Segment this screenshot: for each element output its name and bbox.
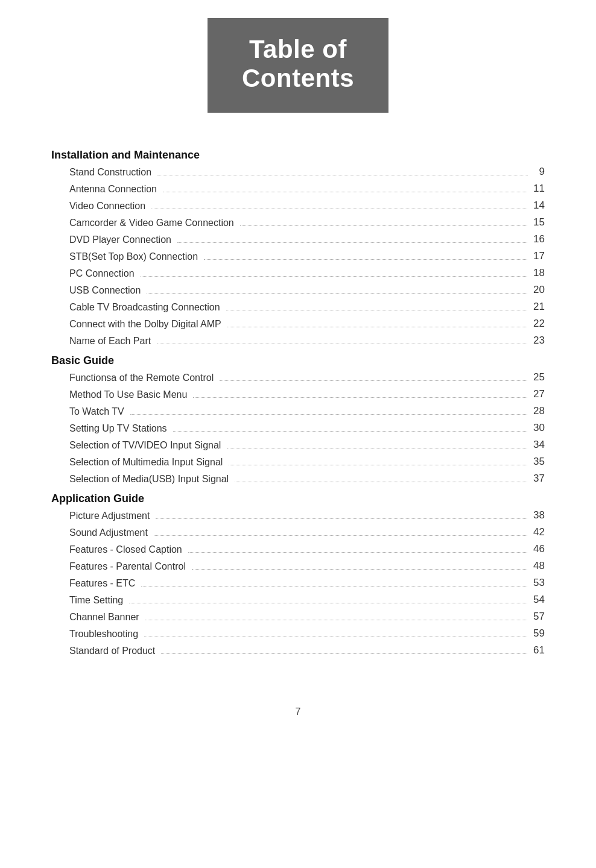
section-application-guide-entries: Picture Adjustment 38 Sound Adjustment 4… bbox=[51, 506, 545, 658]
entry-label: Features - ETC bbox=[69, 578, 139, 589]
entry-page: 23 bbox=[530, 335, 545, 347]
list-item: Camcorder & Video Game Connection 15 bbox=[69, 213, 545, 230]
header-section: Table of Contents bbox=[0, 0, 596, 113]
list-item: Channel Banner 57 bbox=[69, 608, 545, 624]
list-item: To Watch TV 28 bbox=[69, 402, 545, 419]
entry-label: STB(Set Top Box) Connection bbox=[69, 251, 201, 262]
entry-label: Selection of Media(USB) Input Signal bbox=[69, 474, 232, 485]
entry-label: Method To Use Basic Menu bbox=[69, 389, 191, 400]
entry-page: 54 bbox=[530, 594, 545, 606]
entry-label: Channel Banner bbox=[69, 612, 143, 623]
entry-page: 21 bbox=[530, 301, 545, 313]
entry-label: Camcorder & Video Game Connection bbox=[69, 218, 238, 228]
list-item: Sound Adjustment 42 bbox=[69, 523, 545, 540]
dot-leader bbox=[235, 482, 527, 482]
dot-leader bbox=[177, 242, 527, 243]
entry-page: 57 bbox=[530, 611, 545, 623]
dot-leader bbox=[130, 414, 527, 415]
dot-leader bbox=[145, 620, 527, 620]
entry-label: Stand Construction bbox=[69, 167, 155, 178]
entry-label: PC Connection bbox=[69, 268, 138, 279]
list-item: Antenna Connection 11 bbox=[69, 180, 545, 197]
dot-leader bbox=[141, 276, 527, 277]
dot-leader bbox=[163, 192, 527, 192]
entry-page: 37 bbox=[530, 473, 545, 485]
dot-leader bbox=[220, 380, 527, 381]
entry-page: 61 bbox=[530, 644, 545, 656]
dot-leader bbox=[193, 397, 527, 398]
list-item: Troubleshooting 59 bbox=[69, 624, 545, 641]
entry-label: To Watch TV bbox=[69, 406, 128, 417]
list-item: Cable TV Broadcasting Connection 21 bbox=[69, 298, 545, 315]
entry-label: DVD Player Connection bbox=[69, 234, 175, 245]
page-wrapper: Table of Contents Installation and Maint… bbox=[0, 0, 596, 735]
dot-leader bbox=[227, 327, 527, 327]
page-number: 7 bbox=[296, 706, 301, 717]
toc-content: Installation and Maintenance Stand Const… bbox=[0, 137, 596, 694]
entry-page: 38 bbox=[530, 509, 545, 521]
dot-leader bbox=[129, 603, 527, 603]
entry-label: Standard of Product bbox=[69, 646, 159, 656]
section-installation-entries: Stand Construction 9 Antenna Connection … bbox=[51, 163, 545, 348]
entry-page: 16 bbox=[530, 233, 545, 245]
list-item: Selection of Media(USB) Input Signal 37 bbox=[69, 470, 545, 486]
entry-page: 30 bbox=[530, 422, 545, 434]
entry-label: Features - Parental Control bbox=[69, 561, 189, 572]
page-footer: 7 bbox=[0, 694, 596, 735]
entry-page: 27 bbox=[530, 388, 545, 400]
list-item: Time Setting 54 bbox=[69, 591, 545, 608]
dot-leader bbox=[157, 175, 528, 175]
dot-leader bbox=[157, 344, 527, 344]
list-item: Features - ETC 53 bbox=[69, 574, 545, 591]
entry-page: 17 bbox=[530, 250, 545, 262]
entry-page: 22 bbox=[530, 318, 545, 330]
section-application-guide-header: Application Guide bbox=[51, 492, 545, 505]
section-installation-header: Installation and Maintenance bbox=[51, 149, 545, 162]
dot-leader bbox=[154, 535, 527, 536]
entry-label: Features - Closed Caption bbox=[69, 544, 186, 555]
entry-page: 35 bbox=[530, 456, 545, 468]
entry-page: 42 bbox=[530, 526, 545, 538]
list-item: Standard of Product 61 bbox=[69, 641, 545, 658]
list-item: Functionsa of the Remote Control 25 bbox=[69, 368, 545, 385]
list-item: Method To Use Basic Menu 27 bbox=[69, 385, 545, 402]
list-item: Picture Adjustment 38 bbox=[69, 506, 545, 523]
entry-label: Selection of TV/VIDEO Input Signal bbox=[69, 440, 224, 451]
entry-label: Cable TV Broadcasting Connection bbox=[69, 302, 224, 313]
entry-page: 25 bbox=[530, 371, 545, 383]
entry-label: Connect with the Dolby Digital AMP bbox=[69, 319, 225, 330]
list-item: STB(Set Top Box) Connection 17 bbox=[69, 247, 545, 264]
entry-page: 59 bbox=[530, 627, 545, 640]
title-box: Table of Contents bbox=[208, 18, 388, 113]
list-item: Features - Closed Caption 46 bbox=[69, 540, 545, 557]
list-item: Selection of TV/VIDEO Input Signal 34 bbox=[69, 436, 545, 453]
entry-label: Name of Each Part bbox=[69, 336, 154, 347]
list-item: PC Connection 18 bbox=[69, 264, 545, 281]
page-title: Table of Contents bbox=[226, 35, 370, 93]
section-basic-guide-header: Basic Guide bbox=[51, 354, 545, 367]
list-item: DVD Player Connection 16 bbox=[69, 230, 545, 247]
entry-page: 34 bbox=[530, 439, 545, 451]
dot-leader bbox=[156, 518, 527, 519]
dot-leader bbox=[144, 637, 527, 637]
entry-page: 9 bbox=[530, 166, 545, 178]
entry-page: 20 bbox=[530, 284, 545, 296]
entry-label: Setting Up TV Stations bbox=[69, 423, 171, 434]
entry-page: 28 bbox=[530, 405, 545, 417]
entry-label: Video Connection bbox=[69, 201, 149, 212]
entry-label: Time Setting bbox=[69, 595, 127, 606]
section-basic-guide-entries: Functionsa of the Remote Control 25 Meth… bbox=[51, 368, 545, 486]
dot-leader bbox=[227, 448, 527, 448]
dot-leader bbox=[188, 552, 527, 553]
entry-label: Sound Adjustment bbox=[69, 527, 151, 538]
dot-leader bbox=[141, 586, 527, 587]
entry-label: Functionsa of the Remote Control bbox=[69, 373, 217, 383]
dot-leader bbox=[151, 209, 527, 209]
list-item: Features - Parental Control 48 bbox=[69, 557, 545, 574]
entry-label: Troubleshooting bbox=[69, 629, 142, 640]
entry-label: Picture Adjustment bbox=[69, 511, 153, 521]
dot-leader bbox=[240, 225, 527, 226]
dot-leader bbox=[204, 259, 527, 260]
entry-label: Antenna Connection bbox=[69, 184, 160, 195]
list-item: Video Connection 14 bbox=[69, 197, 545, 213]
